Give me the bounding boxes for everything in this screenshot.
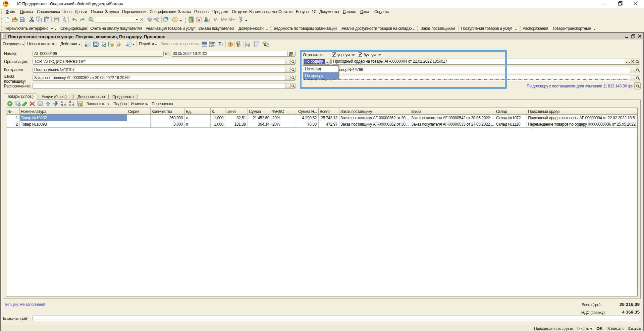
svg-text:кон: кон [39, 104, 41, 106]
svg-text:31: 31 [197, 19, 200, 22]
svg-text:?: ? [229, 43, 231, 47]
